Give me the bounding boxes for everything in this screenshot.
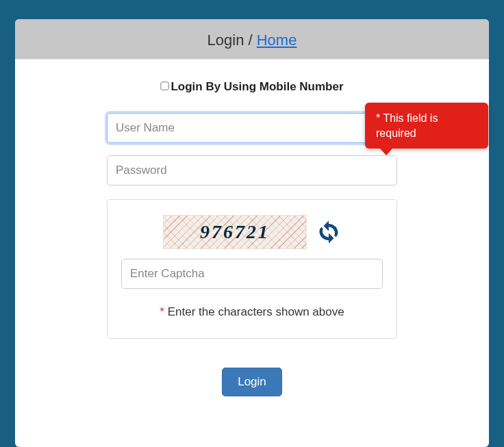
form-column: 976721 * Enter the characters shown abov…: [107, 113, 397, 339]
required-star: *: [160, 305, 164, 318]
mobile-login-checkbox[interactable]: [161, 81, 169, 90]
refresh-icon[interactable]: [316, 220, 341, 244]
login-button[interactable]: Login: [222, 368, 282, 396]
login-mode-row: Login By Using Mobile Number: [15, 80, 489, 94]
mobile-login-label: Login By Using Mobile Number: [171, 80, 343, 93]
username-input[interactable]: [107, 113, 397, 143]
login-card: Login / Home Login By Using Mobile Numbe…: [15, 19, 489, 447]
captcha-panel: 976721 * Enter the characters shown abov…: [107, 199, 397, 339]
login-button-row: Login: [15, 368, 489, 396]
captcha-value: 976721: [200, 221, 270, 243]
header-title: Login /: [207, 31, 257, 49]
captcha-image: 976721: [163, 215, 307, 249]
card-header: Login / Home: [15, 19, 489, 59]
captcha-note: * Enter the characters shown above: [121, 305, 383, 319]
error-tooltip: * This field is required: [365, 103, 488, 149]
password-input[interactable]: [107, 155, 397, 186]
captcha-row: 976721: [121, 215, 383, 249]
captcha-note-text: Enter the characters shown above: [164, 305, 344, 318]
captcha-input[interactable]: [121, 259, 383, 289]
error-tooltip-text: * This field is required: [376, 112, 438, 139]
home-link[interactable]: Home: [257, 31, 297, 49]
